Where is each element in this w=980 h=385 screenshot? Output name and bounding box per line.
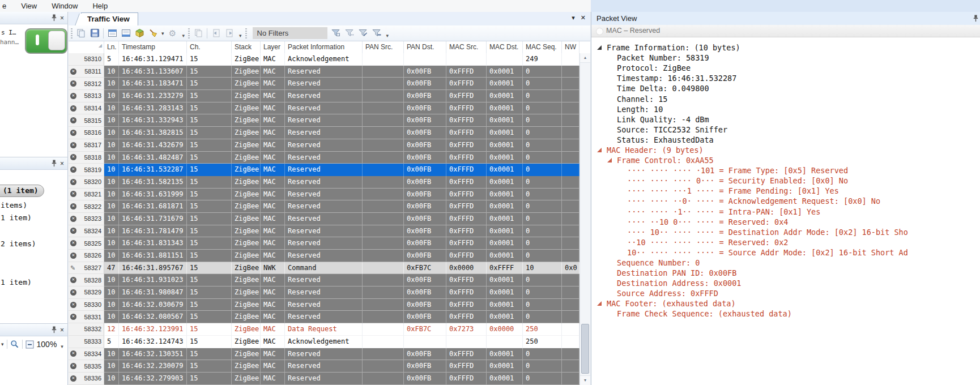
close-icon[interactable]: × xyxy=(60,160,64,167)
left-tree-item[interactable]: 1 item) xyxy=(1,213,32,222)
packet-tree-line[interactable]: ···· ··10 0··· ···· = Reserved: 0x4 xyxy=(591,217,980,227)
capture-toggle[interactable] xyxy=(25,28,67,54)
magnifier-icon[interactable] xyxy=(10,340,19,349)
table-row[interactable]: ✕583251016:46:31.83134315ZigBeeMACReserv… xyxy=(69,237,580,250)
packet-tree-line[interactable]: Frame Information: (10 bytes) xyxy=(591,42,980,53)
table-row[interactable]: ✕583221016:46:31.68187115ZigBeeMACReserv… xyxy=(69,200,580,213)
packet-tree-line[interactable]: 10·· ···· ···· ···· = Source Addr Mode: … xyxy=(591,247,980,258)
packet-tree-line[interactable]: Channel: 15 xyxy=(591,93,980,104)
packet-tree-line[interactable]: MAC Footer: (exhausted data) xyxy=(591,298,980,309)
column-header[interactable]: PAN Dst. xyxy=(404,41,446,53)
menu-item-window[interactable]: Window xyxy=(52,2,78,10)
next-page-icon[interactable] xyxy=(224,28,235,38)
table-row[interactable]: ✕583301016:46:32.03067915ZigBeeMACReserv… xyxy=(69,299,580,311)
menu-item-help[interactable]: Help xyxy=(92,2,108,10)
packet-tree-line[interactable]: Destination PAN ID: 0x00FB xyxy=(591,268,980,278)
pin-icon[interactable] xyxy=(973,15,978,22)
toolbar-overflow-icon[interactable]: ▾ xyxy=(386,33,389,38)
tab-traffic-view[interactable]: Traffic View xyxy=(81,12,138,25)
clear-broom-icon[interactable] xyxy=(148,28,158,38)
packet-tree-line[interactable]: Packet Number: 58319 xyxy=(591,53,980,63)
table-row[interactable]: ✕583231016:46:31.73167915ZigBeeMACReserv… xyxy=(69,213,580,225)
column-header[interactable]: Ln. xyxy=(104,41,119,53)
table-row[interactable]: ✕583311016:46:32.08056715ZigBeeMACReserv… xyxy=(69,311,580,323)
expand-triangle-icon[interactable] xyxy=(597,148,607,152)
zoom-out-icon[interactable] xyxy=(25,340,34,349)
panel-layout-top-icon[interactable] xyxy=(107,28,117,38)
pin-icon[interactable] xyxy=(52,14,57,22)
scrollbar-thumb[interactable] xyxy=(581,324,589,374)
clear-dropdown-icon[interactable]: ▾ xyxy=(161,31,164,36)
table-row[interactable]: 583321216:46:32.12399115ZigBeeMACData Re… xyxy=(69,323,580,336)
overflow-icon[interactable]: ▾ xyxy=(61,344,63,349)
tab-close-icon[interactable]: ✕ xyxy=(581,14,586,22)
table-row[interactable]: ✎583274716:46:31.89576715ZigBeeNWKComman… xyxy=(69,262,580,275)
table-row[interactable]: ✕583151016:46:31.33294315ZigBeeMACReserv… xyxy=(69,114,580,127)
table-row[interactable]: ✕583181016:46:31.48248715ZigBeeMACReserv… xyxy=(69,152,580,164)
packet-tree-line[interactable]: Timestamp: 16:46:31.532287 xyxy=(591,73,980,83)
column-header[interactable]: Packet Information xyxy=(285,41,363,53)
packet-tree-line[interactable]: Status: ExhaustedData xyxy=(591,135,980,145)
toolbar-grip[interactable] xyxy=(245,28,247,38)
pin-icon[interactable] xyxy=(52,326,57,333)
table-row[interactable]: 58310516:46:31.12947115ZigBeeMACAcknowle… xyxy=(69,53,580,66)
column-header[interactable]: MAC Dst. xyxy=(487,41,523,53)
vertical-scrollbar[interactable]: ▴ ▾ xyxy=(580,53,590,385)
table-row[interactable]: ✕583161016:46:31.38281515ZigBeeMACReserv… xyxy=(69,127,580,139)
packet-tree-line[interactable]: ···· ···· ·1·· ···· = Intra-PAN: [0x1] Y… xyxy=(591,207,980,217)
table-row[interactable]: ✕583261016:46:31.88115115ZigBeeMACReserv… xyxy=(69,250,580,262)
packet-tree-line[interactable]: ···· ···· ···· 0··· = Security Enabled: … xyxy=(591,176,980,186)
filter-edit-icon[interactable] xyxy=(344,28,355,38)
filter-quick-icon[interactable] xyxy=(358,28,368,38)
column-header[interactable]: Stack xyxy=(232,41,261,53)
packet-tree-line[interactable]: Destination Address: 0x0001 xyxy=(591,278,980,288)
packet-tree-line[interactable]: Frame Check Sequence: (exhausted data) xyxy=(591,309,980,319)
table-row[interactable]: ✕583361016:46:32.27990315ZigBeeMACReserv… xyxy=(69,373,580,385)
table-row[interactable]: 58333516:46:32.12474315ZigBeeMACAcknowle… xyxy=(69,336,580,348)
tab-list-arrow-icon[interactable]: ▾ xyxy=(572,14,575,22)
table-row[interactable]: ✕583131016:46:31.23327915ZigBeeMACReserv… xyxy=(69,90,580,102)
save-icon[interactable] xyxy=(90,28,100,38)
table-row[interactable]: ✕583191016:46:31.53228715ZigBeeMACReserv… xyxy=(69,164,580,176)
expand-triangle-icon[interactable] xyxy=(597,301,607,306)
packet-tree-line[interactable]: Time Delta: 0.049800 xyxy=(591,83,980,93)
panel-layout-bottom-icon[interactable] xyxy=(121,28,131,38)
packet-tree-line[interactable]: ··10 ···· ···· ···· = Reserved: 0x2 xyxy=(591,237,980,247)
copy-icon[interactable] xyxy=(193,28,203,38)
table-row[interactable]: ✕583281016:46:31.93102315ZigBeeMACReserv… xyxy=(69,274,580,286)
prev-page-icon[interactable] xyxy=(211,28,221,38)
packet-tree-line[interactable]: Source: TICC2532 Sniffer xyxy=(591,125,980,135)
network-cube-icon[interactable] xyxy=(134,28,144,38)
toolbar-overflow-icon[interactable]: ▾ xyxy=(182,33,185,38)
table-row[interactable]: ✕583141016:46:31.28314315ZigBeeMACReserv… xyxy=(69,102,580,115)
packet-tree-line[interactable]: ···· ···· ··0· ···· = Acknowledgement Re… xyxy=(591,196,980,206)
menu-item-view[interactable]: View xyxy=(21,2,37,10)
expand-triangle-icon[interactable] xyxy=(607,158,617,162)
packet-tree-line[interactable]: ···· 10·· ···· ···· = Destination Addr M… xyxy=(591,227,980,237)
left-tree-item[interactable]: items) xyxy=(1,201,27,209)
packet-tree-line[interactable]: Link Quality: -4 dBm xyxy=(591,114,980,125)
table-row[interactable]: ✕583291016:46:31.98084715ZigBeeMACReserv… xyxy=(69,286,580,299)
packet-tree-line[interactable]: ···· ···· ···1 ···· = Frame Pending: [0x… xyxy=(591,186,980,196)
packet-tree-line[interactable]: Length: 10 xyxy=(591,104,980,114)
close-icon[interactable]: × xyxy=(60,15,64,22)
table-row[interactable]: ✕583121016:46:31.18347115ZigBeeMACReserv… xyxy=(69,78,580,90)
column-header[interactable]: MAC Src. xyxy=(446,41,487,53)
filter-remove-icon[interactable] xyxy=(372,28,382,38)
column-header[interactable]: MAC Seq. xyxy=(523,41,562,53)
table-row[interactable]: ✕583201016:46:31.58213515ZigBeeMACReserv… xyxy=(69,176,580,189)
pin-icon[interactable] xyxy=(52,160,57,167)
packet-tree-line[interactable]: Source Address: 0xFFFD xyxy=(591,288,980,298)
toggle-knob[interactable] xyxy=(48,31,65,50)
packet-tree-line[interactable]: Frame Control: 0xAA55 xyxy=(591,155,980,165)
table-row[interactable]: ✕583241016:46:31.78147915ZigBeeMACReserv… xyxy=(69,225,580,238)
toolbar-grip[interactable] xyxy=(71,28,73,38)
filter-input[interactable]: No Filters xyxy=(253,27,327,39)
menu-item-file[interactable]: e xyxy=(2,2,6,10)
open-capture-icon[interactable] xyxy=(76,28,86,38)
packet-tree-line[interactable]: Protocol: ZigBee xyxy=(591,63,980,73)
table-row[interactable]: ✕583171016:46:31.43267915ZigBeeMACReserv… xyxy=(69,139,580,152)
column-header[interactable]: ◢ xyxy=(69,41,104,53)
table-row[interactable]: ✕583211016:46:31.63199915ZigBeeMACReserv… xyxy=(69,189,580,201)
left-tree-item[interactable]: (1 item) xyxy=(0,185,44,197)
